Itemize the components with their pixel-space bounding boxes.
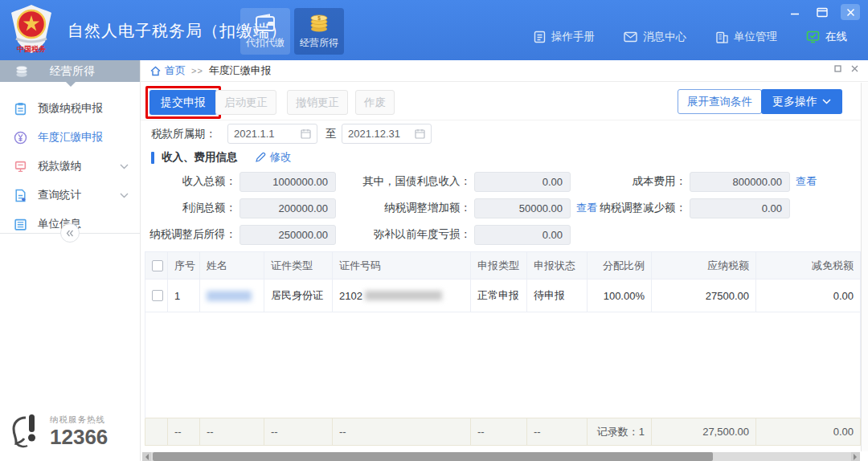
pos-terminal-icon [14, 160, 27, 173]
sidebar-collapse-button[interactable] [60, 223, 80, 243]
tab-business-income[interactable]: $ 经营所得 [294, 8, 344, 55]
submit-declaration-button[interactable]: 提交申报 [149, 90, 217, 115]
more-actions-button[interactable]: 更多操作 [761, 89, 842, 114]
void-button[interactable]: 作废 [355, 90, 395, 115]
hotline-number: 12366 [50, 426, 108, 449]
field-total-income: 收入总额： 1000000.00 [141, 171, 336, 192]
period-filter: 税款所属期： 2021.1.1 至 2021.12.31 [141, 123, 868, 145]
tab-withholding-label: 代扣代缴 [246, 36, 285, 50]
summary-dash: -- [168, 418, 200, 446]
start-correction-button[interactable]: 启动更正 [215, 90, 276, 115]
field-cost-expense: 成本费用： 800000.00 查看 [579, 171, 817, 192]
row-checkbox[interactable] [152, 290, 163, 301]
minimize-button[interactable] [786, 5, 804, 19]
nav-unit-management-label: 单位管理 [734, 30, 777, 44]
restore-pane-icon[interactable] [834, 65, 841, 72]
period-end-input[interactable]: 2021.12.31 [342, 124, 432, 144]
maximize-button[interactable] [813, 5, 831, 19]
col-id-type: 证件类型 [264, 252, 333, 279]
col-index: 序号 [168, 252, 200, 279]
cell-reduction: 0.00 [756, 279, 861, 312]
calendar-icon [415, 129, 425, 139]
cell-id-type: 居民身份证 [264, 279, 333, 312]
breadcrumb-home-label: 首页 [165, 63, 186, 78]
toolbar: 提交申报 启动更正 撤销更正 作废 展开查询条件 更多操作 [141, 83, 868, 120]
field-value: 250000.00 [240, 225, 336, 245]
maximize-icon [817, 7, 828, 18]
table-header-row: 序号 姓名 证件类型 证件号码 申报类型 申报状态 分配比例 应纳税额 减免税额 [145, 252, 861, 279]
field-value: 50000.00 [474, 198, 571, 218]
double-chevron-left-icon [66, 230, 74, 237]
summary-dash: -- [471, 418, 527, 446]
expand-query-button[interactable]: 展开查询条件 [678, 89, 762, 114]
scroll-left-arrow[interactable] [142, 452, 151, 461]
cell-declare-type: 正常申报 [471, 279, 527, 312]
close-pane-icon[interactable] [851, 65, 858, 72]
view-link[interactable]: 查看 [796, 174, 817, 189]
summary-tax-total: 27,500.00 [652, 418, 756, 446]
nav-online-status[interactable]: 在线 [806, 30, 847, 44]
pencil-icon [255, 152, 266, 163]
breadcrumb-home[interactable]: 首页 [150, 63, 186, 78]
chevron-down-icon [120, 193, 129, 198]
field-prior-year-loss: 弥补以前年度亏损： 0.00 [342, 224, 571, 245]
more-actions-label: 更多操作 [772, 95, 817, 109]
field-value: 0.00 [474, 225, 571, 245]
col-tax: 应纳税额 [652, 252, 756, 279]
summary-dash-name: -- [200, 418, 264, 446]
app-window: 中国税务 自然人电子税务局（扣缴端） 代扣代缴 $ 经营所得 [0, 0, 868, 461]
tab-withholding[interactable]: 代扣代缴 [240, 8, 290, 55]
sidebar-item-tax-payment[interactable]: 税款缴纳 [0, 152, 140, 181]
home-icon [150, 66, 161, 76]
report-icon [14, 189, 27, 202]
nav-message-center[interactable]: 消息中心 [624, 30, 686, 44]
online-status-icon [806, 31, 820, 43]
field-value: 200000.00 [240, 198, 336, 218]
building-icon [715, 31, 728, 43]
sidebar-item-prepay-declaration[interactable]: 预缴纳税申报 [0, 94, 140, 123]
horizontal-scrollbar[interactable] [142, 452, 860, 461]
section-accent-bar [151, 152, 154, 164]
period-start-input[interactable]: 2021.1.1 [227, 124, 317, 144]
cancel-correction-button[interactable]: 撤销更正 [287, 90, 348, 115]
field-value: 1000000.00 [240, 172, 336, 192]
summary-reduction-total: 0.00 [756, 418, 861, 446]
sidebar-item-query-statistics[interactable]: 查询统计 [0, 181, 140, 210]
nav-operation-manual[interactable]: 操作手册 [534, 30, 595, 44]
sidebar-header-caret [66, 82, 76, 92]
chevron-down-icon [120, 164, 129, 169]
table-empty-area [145, 312, 861, 418]
field-adjustment-increase: 纳税调整增加额： 50000.00 查看 [342, 198, 597, 218]
cell-name [200, 279, 264, 312]
submit-highlight-annotation: 提交申报 [145, 86, 221, 119]
nav-unit-management[interactable]: 单位管理 [715, 30, 777, 44]
sidebar-item-annual-declaration[interactable]: 年度汇缴申报 [0, 123, 140, 152]
col-name: 姓名 [200, 252, 264, 279]
col-ratio: 分配比例 [588, 252, 652, 279]
scroll-right-arrow[interactable] [851, 452, 860, 461]
field-label: 成本费用： [579, 174, 690, 189]
vertical-scrollbar-track[interactable] [861, 83, 868, 451]
edit-link-label: 修改 [270, 150, 292, 165]
hotline-logo-icon [10, 411, 43, 451]
calendar-icon [301, 129, 311, 139]
summary-dash: -- [333, 418, 471, 446]
close-icon [846, 8, 855, 17]
select-all-checkbox[interactable] [152, 260, 163, 271]
submit-declaration-label: 提交申报 [161, 96, 206, 110]
horizontal-scrollbar-thumb[interactable] [153, 452, 713, 461]
col-status: 申报状态 [527, 252, 588, 279]
nav-message-center-label: 消息中心 [643, 30, 686, 44]
table-row[interactable]: 1 居民身份证 2102 正常申报 待申报 100.00% 27500.00 [145, 279, 861, 312]
period-end-value: 2021.12.31 [348, 128, 400, 140]
manual-icon [534, 31, 546, 43]
edit-link[interactable]: 修改 [255, 150, 292, 165]
hotline-banner: 纳税服务热线 12366 [10, 411, 108, 451]
col-reduction: 减免税额 [756, 252, 861, 279]
wallet-icon [255, 14, 276, 33]
col-declare-type: 申报类型 [471, 252, 527, 279]
void-label: 作废 [364, 96, 386, 108]
field-value: 0.00 [474, 172, 571, 192]
close-button[interactable] [841, 4, 860, 20]
period-start-value: 2021.1.1 [234, 128, 275, 140]
